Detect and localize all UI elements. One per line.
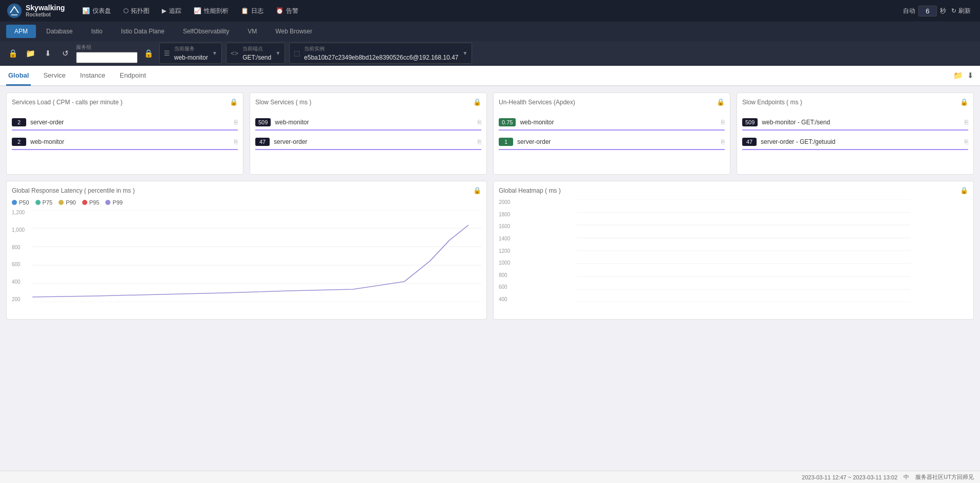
current-instance-label: 当前实例: [304, 45, 458, 52]
services-load-badge-0: 2: [12, 118, 26, 126]
card-unhealth-services-title: Un-Health Services (Apdex): [499, 99, 575, 106]
current-service-chevron: ▼: [212, 50, 217, 56]
lock-icon[interactable]: 🔒: [6, 47, 20, 60]
tab-istio-data-plane[interactable]: Istio Data Plane: [112, 25, 173, 38]
refresh-icon: ↻: [951, 7, 956, 14]
brand-sub: Rocketbot: [26, 12, 65, 17]
status-time-range: 2023-03-11 12:47 ~ 2023-03-11 13:02: [802, 474, 897, 480]
reset-icon[interactable]: ↺: [59, 47, 72, 60]
card-slow-services-lock-icon[interactable]: 🔒: [473, 98, 481, 106]
slow-endpoints-copy-1[interactable]: ⎘: [965, 138, 968, 145]
unhealth-services-copy-0[interactable]: ⎘: [721, 119, 725, 126]
tab-apm[interactable]: APM: [6, 25, 36, 38]
current-endpoint-value: GET:/send: [242, 54, 271, 61]
legend-p75-dot: [35, 200, 41, 205]
slow-endpoints-item-0: 509 web-monitor - GET:/send ⎘: [742, 115, 968, 131]
slow-endpoints-copy-0[interactable]: ⎘: [965, 119, 968, 126]
current-service-selector[interactable]: ☰ 当前服务 web-monitor ▼: [159, 43, 222, 64]
page-tab-service[interactable]: Service: [41, 66, 67, 86]
current-service-label: 当前服务: [174, 45, 208, 52]
cards-row: Services Load ( CPM - calls per minute )…: [6, 92, 974, 175]
refresh-interval-input[interactable]: [918, 6, 937, 16]
page-tab-folder-icon[interactable]: 📁: [953, 71, 963, 80]
page-tabs: Global Service Instance Endpoint 📁 ⬇: [0, 66, 980, 86]
response-latency-legend: P50 P75 P90 P95 P99: [12, 199, 481, 206]
nav-topology[interactable]: ⬡ 拓扑图: [118, 4, 155, 18]
status-community-label: 服务器社区UT方回师见: [915, 473, 974, 481]
logo: Skywalking Rocketbot: [6, 3, 65, 19]
slow-services-item-0: 509 web-monitor ⎘: [255, 115, 481, 131]
nav-alert-label: 告警: [286, 7, 298, 15]
nav-log[interactable]: 📋 日志: [236, 4, 269, 18]
tab-database[interactable]: Database: [38, 25, 81, 38]
page-tab-actions: 📁 ⬇: [953, 71, 974, 80]
slow-services-name-0: web-monitor: [275, 119, 478, 126]
download-icon[interactable]: ⬇: [41, 47, 54, 60]
nav-trace[interactable]: ▶ 追踪: [157, 4, 186, 18]
tab-web-browser[interactable]: Web Browser: [267, 25, 321, 38]
tab-self-observability[interactable]: SelfObservability: [175, 25, 237, 38]
card-services-load-lock-icon[interactable]: 🔒: [230, 98, 238, 106]
page-tab-endpoint[interactable]: Endpoint: [118, 66, 148, 86]
nav-trace-label: 追踪: [169, 7, 181, 15]
response-latency-y-labels: 1,200 1,000 800 600 400 200: [12, 210, 32, 302]
tab-istio[interactable]: Istio: [83, 25, 110, 38]
nav-profiling-label: 性能剖析: [204, 7, 229, 15]
unhealth-services-item-0: 0.75 web-monitor ⎘: [499, 115, 725, 131]
slow-endpoints-badge-1: 47: [742, 138, 757, 146]
refresh-button[interactable]: ↻ 刷新: [948, 5, 974, 17]
toolbar: 🔒 📁 ⬇ ↺ 服务组 🔒 ☰ 当前服务 web-monitor ▼ <> 当前…: [0, 41, 980, 66]
heatmap-lock-icon[interactable]: 🔒: [960, 187, 968, 194]
services-load-name-0: server-order: [30, 119, 234, 126]
slow-services-copy-1[interactable]: ⎘: [478, 138, 481, 145]
card-slow-endpoints-lock-icon[interactable]: 🔒: [960, 98, 968, 106]
legend-p75: P75: [35, 199, 53, 206]
nav-profiling[interactable]: 📈 性能剖析: [189, 4, 234, 18]
heatmap-y-labels: 2000 1800 1600 1400 1200 1000 800 600 40…: [499, 199, 519, 302]
nav-dashboard-label: 仪表盘: [92, 7, 111, 15]
service-group-input[interactable]: [76, 52, 138, 63]
page-tab-global[interactable]: Global: [6, 66, 31, 86]
card-unhealth-services-lock-icon[interactable]: 🔒: [717, 98, 725, 106]
services-load-copy-1[interactable]: ⎘: [234, 138, 238, 145]
main-content: Services Load ( CPM - calls per minute )…: [0, 86, 980, 483]
seconds-label: 秒: [940, 7, 946, 15]
current-endpoint-label: 当前端点: [242, 45, 271, 52]
current-instance-value: e5ba10b27c2349eb8bd12e8390526cc6@192.168…: [304, 54, 458, 61]
trace-icon: ▶: [162, 7, 166, 14]
service-group-label: 服务组: [76, 44, 138, 51]
page-tab-instance[interactable]: Instance: [78, 66, 107, 86]
legend-p50-dot: [12, 200, 17, 205]
logo-icon: [6, 3, 23, 19]
legend-p99: P99: [105, 199, 123, 206]
heatmap-header: Global Heatmap ( ms ) 🔒: [499, 187, 968, 194]
heatmap-chart: 2000 1800 1600 1400 1200 1000 800 600 40…: [499, 199, 968, 302]
tab-vm[interactable]: VM: [239, 25, 265, 38]
log-icon: 📋: [241, 7, 249, 14]
services-load-item-1: 2 web-monitor ⎘: [12, 135, 238, 150]
card-services-load-header: Services Load ( CPM - calls per minute )…: [12, 98, 238, 109]
folder-icon[interactable]: 📁: [24, 47, 37, 60]
legend-p99-label: P99: [112, 199, 123, 206]
unhealth-services-name-0: web-monitor: [520, 119, 721, 126]
current-instance-selector[interactable]: ⬚ 当前实例 e5ba10b27c2349eb8bd12e8390526cc6@…: [289, 43, 472, 64]
top-nav: Skywalking Rocketbot 📊 仪表盘 ⬡ 拓扑图 ▶ 追踪 📈 …: [0, 0, 980, 22]
nav-alert[interactable]: ⏰ 告警: [271, 4, 304, 18]
card-slow-services: Slow Services ( ms ) 🔒 509 web-monitor ⎘…: [250, 92, 487, 175]
legend-p50-label: P50: [19, 199, 29, 206]
current-endpoint-selector[interactable]: <> 当前端点 GET:/send ▼: [226, 43, 285, 64]
nav-dashboard[interactable]: 📊 仪表盘: [77, 4, 116, 18]
response-latency-lock-icon[interactable]: 🔒: [473, 187, 481, 194]
slow-endpoints-badge-0: 509: [742, 118, 758, 126]
slow-services-item-1: 47 server-order ⎘: [255, 135, 481, 150]
services-load-copy-0[interactable]: ⎘: [234, 119, 238, 126]
lock2-icon[interactable]: 🔒: [142, 47, 155, 60]
status-bar: 2023-03-11 12:47 ~ 2023-03-11 13:02 中 服务…: [0, 471, 980, 483]
refresh-label: 刷新: [958, 7, 971, 15]
slow-services-copy-0[interactable]: ⎘: [478, 119, 481, 126]
status-bar-right: 2023-03-11 12:47 ~ 2023-03-11 13:02 中 服务…: [802, 473, 974, 481]
page-tab-download-icon[interactable]: ⬇: [967, 71, 974, 80]
unhealth-services-copy-1[interactable]: ⎘: [721, 138, 725, 145]
services-load-name-1: web-monitor: [30, 138, 234, 145]
legend-p99-dot: [105, 200, 110, 205]
